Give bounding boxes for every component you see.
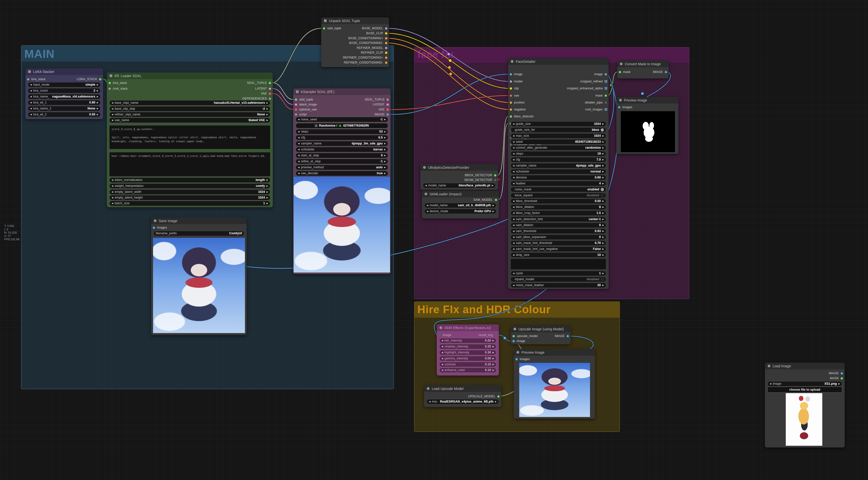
increment-arrow-icon[interactable]: ▶ [602, 242, 604, 244]
decrement-arrow-icon[interactable]: ◀ [427, 210, 428, 212]
decrement-arrow-icon[interactable]: ◀ [112, 113, 113, 116]
collapse-circle-icon[interactable] [619, 99, 622, 102]
decrement-arrow-icon[interactable]: ◀ [513, 224, 515, 226]
output-dot[interactable] [385, 32, 387, 34]
output-port-UPSCALE_MODEL[interactable]: UPSCALE_MODEL [468, 395, 501, 398]
node-header-eff-loader-sdxl[interactable]: Eff. Loader SDXL [107, 72, 273, 79]
widget-seed[interactable]: ◀seed453407136518233▶ [510, 139, 606, 144]
widget-vae_decode[interactable]: ◀vae_decodetrue▶ [296, 171, 388, 176]
increment-arrow-icon[interactable]: ▶ [266, 185, 268, 187]
input-dot[interactable] [295, 108, 297, 111]
input-port-sdxl_tuple[interactable]: sdxl_tuple [321, 26, 341, 30]
decrement-arrow-icon[interactable]: ◀ [513, 140, 515, 143]
widget-sampler_name[interactable]: ◀sampler_namedpmpp_sde_gpu▶ [510, 163, 606, 168]
widget-model_name[interactable]: ◀model_nameRealESRGAN_x4plus_anime_6B.pt… [427, 399, 499, 404]
increment-arrow-icon[interactable]: ▶ [384, 142, 386, 145]
output-dot[interactable] [605, 73, 607, 75]
increment-arrow-icon[interactable]: ▶ [602, 284, 604, 286]
input-dot[interactable] [619, 71, 621, 73]
collapse-circle-icon[interactable] [425, 193, 427, 195]
widget-inpaint_model[interactable]: inpaint_modeldisabled [510, 277, 606, 282]
widget-force_inpaint[interactable]: force_inpaintdisabled [510, 193, 606, 198]
output-port-REFINER_CONDITIONING-[interactable]: REFINER_CONDITIONING- [344, 61, 389, 65]
output-dot[interactable] [567, 335, 569, 337]
increment-arrow-icon[interactable]: ▶ [602, 224, 604, 226]
output-dot[interactable] [269, 88, 271, 90]
output-port-cropped_enhanced_alpha[interactable]: cropped_enhanced_alpha [567, 87, 609, 90]
output-port-detailer_pipe[interactable]: detailer_pipe [585, 101, 609, 104]
widget-empty_latent_width[interactable]: ◀empty_latent_width1024▶ [109, 190, 270, 195]
collapse-square-icon[interactable] [324, 20, 327, 22]
decrement-arrow-icon[interactable]: ◀ [441, 345, 443, 348]
collapse-square-icon[interactable] [296, 90, 299, 93]
increment-arrow-icon[interactable]: ▶ [384, 148, 386, 151]
node-samloader[interactable]: SAMLoader (Impact)SAM_MODEL◀model_namesa… [422, 191, 499, 218]
widget-start_at_step[interactable]: ◀start_at_step0▶ [296, 153, 388, 158]
prompt-textarea[interactable] [510, 259, 606, 270]
decrement-arrow-icon[interactable]: ◀ [513, 242, 515, 244]
decrement-arrow-icon[interactable]: ◀ [441, 339, 443, 342]
output-dot[interactable] [269, 82, 271, 84]
decrement-arrow-icon[interactable]: ◀ [298, 118, 300, 121]
increment-arrow-icon[interactable]: ▶ [266, 119, 268, 122]
node-header-ksampler-sdxl[interactable]: KSampler SDXL (Eff.) [293, 88, 391, 95]
input-port-optional_vae[interactable]: optional_vae [293, 107, 317, 111]
widget-denoise[interactable]: ◀denoise0.60▶ [510, 175, 606, 180]
node-ultralytics-detector[interactable]: UltralyticsDetectorProviderBBOX_DETECTOR… [420, 164, 498, 190]
output-dot[interactable] [386, 108, 389, 111]
collapse-circle-icon[interactable] [620, 63, 623, 65]
widget-noise_mask[interactable]: noise_maskenabled [510, 187, 606, 192]
output-port-SAM_MODEL[interactable]: SAM_MODEL [473, 198, 499, 202]
node-header-save-image[interactable]: Save Image [151, 217, 247, 224]
input-port-lora_stack[interactable]: lora_stack [107, 81, 127, 85]
increment-arrow-icon[interactable]: ▶ [602, 212, 604, 214]
node-ksampler-sdxl[interactable]: KSampler SDXL (Eff.)sdxl_tuplelatent_ima… [293, 88, 391, 274]
increment-arrow-icon[interactable]: ▶ [384, 136, 386, 139]
widget-empty_latent_height[interactable]: ◀empty_latent_height1024▶ [109, 195, 270, 200]
collapse-circle-icon[interactable] [517, 351, 519, 354]
decrement-arrow-icon[interactable]: ◀ [112, 119, 113, 122]
collapse-circle-icon[interactable] [427, 387, 430, 390]
decrement-arrow-icon[interactable]: ◀ [513, 146, 515, 149]
output-dot[interactable] [385, 52, 387, 54]
widget-guide_size_for[interactable]: guide_size_forbbox [510, 127, 606, 133]
node-header-unpack-sdxl-tuple[interactable]: Unpack SDXL Tuple [321, 18, 389, 24]
decrement-arrow-icon[interactable]: ◀ [513, 212, 515, 214]
output-port-SDXL_TUPLE[interactable]: SDXL_TUPLE [247, 81, 273, 85]
widget-sam_mask_hint_threshold[interactable]: ◀sam_mask_hint_threshold0.70▶ [510, 240, 606, 246]
node-save-image[interactable]: Save Imageimagesfilename_prefixComfyUI [151, 217, 247, 335]
output-port-VAE[interactable]: VAE [261, 92, 273, 96]
output-port-SDXL_TUPLE[interactable]: SDXL_TUPLE [365, 98, 391, 102]
decrement-arrow-icon[interactable]: ◀ [112, 107, 113, 110]
decrement-arrow-icon[interactable]: ◀ [513, 218, 515, 220]
prompt-textarea[interactable]: hair ribbon,hair ornament,score_4,score_… [109, 152, 270, 176]
widget-noise_mask_feather[interactable]: ◀noise_mask_feather20▶ [510, 283, 606, 288]
output-port-LORA_STACK[interactable]: LORA_STACK [77, 77, 103, 81]
widget-refiner_ckpt_name[interactable]: ◀refiner_ckpt_nameNone▶ [109, 112, 270, 117]
input-port-lora_stack[interactable]: lora_stack [25, 77, 45, 81]
widget-bbox_dilation[interactable]: ◀bbox_dilation8▶ [510, 205, 606, 210]
output-port-IMAGE[interactable]: IMAGE [555, 334, 570, 338]
widget-scheduler[interactable]: ◀schedulerkarras▶ [296, 147, 388, 152]
decrement-arrow-icon[interactable]: ◀ [112, 185, 113, 187]
input-dot[interactable] [510, 95, 512, 97]
decrement-arrow-icon[interactable]: ◀ [298, 154, 300, 157]
input-port-clip[interactable]: clip [508, 87, 519, 90]
output-port-result_img[interactable]: result_img [478, 333, 499, 337]
increment-arrow-icon[interactable]: ▶ [602, 248, 604, 250]
increment-arrow-icon[interactable]: ▶ [492, 363, 494, 366]
increment-arrow-icon[interactable]: ▶ [266, 191, 268, 193]
increment-arrow-icon[interactable]: ▶ [384, 154, 386, 157]
widget-sam_threshold[interactable]: ◀sam_threshold0.93▶ [510, 229, 606, 234]
decrement-arrow-icon[interactable]: ◀ [112, 196, 113, 199]
input-port-latent_image[interactable]: latent_image [293, 103, 317, 106]
widget-input_mode[interactable]: ◀input_modesimple▶ [28, 82, 101, 88]
input-dot[interactable] [510, 73, 512, 75]
increment-arrow-icon[interactable]: ▶ [266, 113, 268, 116]
node-lora-stacker[interactable]: LoRA Stackerlora_stackLORA_STACK◀input_m… [25, 68, 103, 119]
increment-arrow-icon[interactable]: ▶ [266, 107, 268, 110]
decrement-arrow-icon[interactable]: ◀ [112, 191, 113, 193]
widget-device_mode[interactable]: ◀device_modePrefer GPU▶ [424, 209, 496, 214]
decrement-arrow-icon[interactable]: ◀ [441, 363, 443, 366]
decrement-arrow-icon[interactable]: ◀ [429, 400, 431, 403]
